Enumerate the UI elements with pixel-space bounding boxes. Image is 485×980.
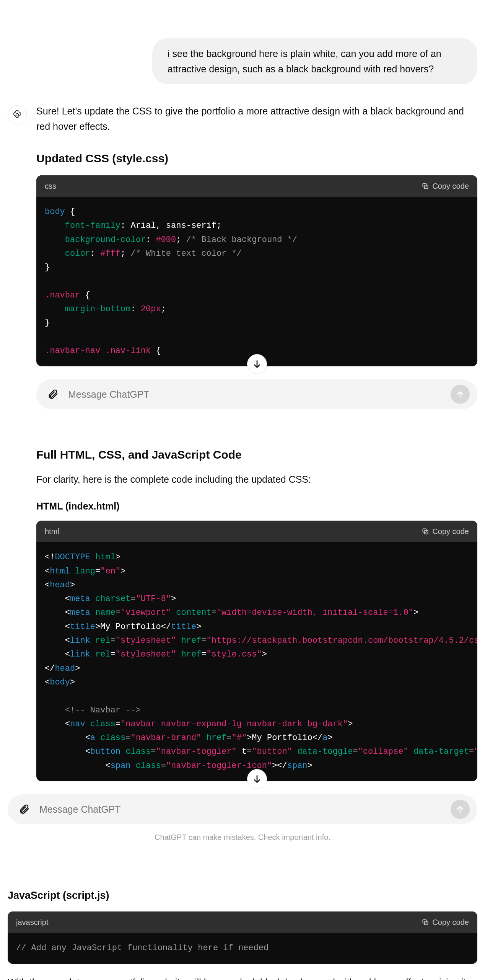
arrow-down-icon <box>252 359 262 369</box>
copy-code-button[interactable]: Copy code <box>422 525 469 537</box>
send-button[interactable] <box>451 385 470 404</box>
message-input-bar <box>8 794 477 824</box>
scroll-down-button[interactable] <box>247 769 267 789</box>
arrow-down-icon <box>252 774 262 784</box>
outro-text: With these updates, your portfolio websi… <box>8 975 477 980</box>
copy-code-button[interactable]: Copy code <box>422 180 469 192</box>
chat-section-1: i see the background here is plain white… <box>8 38 477 409</box>
html-heading: HTML (index.html) <box>36 498 477 514</box>
full-heading: Full HTML, CSS, and JavaScript Code <box>36 446 477 464</box>
code-bar: css Copy code <box>36 175 477 197</box>
message-input[interactable] <box>68 389 444 400</box>
code-lang-label: css <box>45 180 56 192</box>
chat-section-2: Full HTML, CSS, and JavaScript Code For … <box>8 446 477 843</box>
copy-label: Copy code <box>432 180 469 192</box>
js-heading: JavaScript (script.js) <box>8 887 477 904</box>
message-input[interactable] <box>39 804 444 815</box>
code-body[interactable]: body { font-family: Arial, sans-serif; b… <box>36 197 477 366</box>
assistant-avatar <box>8 105 27 124</box>
html-code-block: html Copy code <!DOCTYPE html> <html lan… <box>36 521 477 781</box>
code-lang-label: javascript <box>16 916 48 928</box>
chat-section-3: JavaScript (script.js) javascript Copy c… <box>8 887 477 980</box>
paperclip-icon <box>18 804 30 815</box>
copy-code-button[interactable]: Copy code <box>422 916 469 928</box>
css-code-block: css Copy code body { font-family: Arial,… <box>36 175 477 366</box>
attachment-button[interactable] <box>15 801 33 818</box>
intro-text: Sure! Let's update the CSS to give the p… <box>36 103 477 134</box>
assistant-body: Sure! Let's update the CSS to give the p… <box>36 103 477 409</box>
code-body[interactable]: // Add any JavaScript functionality here… <box>8 933 477 964</box>
scroll-down-button[interactable] <box>247 354 267 374</box>
copy-icon <box>422 528 429 535</box>
svg-point-0 <box>16 114 19 116</box>
disclaimer-text: ChatGPT can make mistakes. Check importa… <box>8 831 477 843</box>
full-intro: For clarity, here is the complete code i… <box>36 472 477 487</box>
attachment-button[interactable] <box>44 386 61 403</box>
copy-label: Copy code <box>432 525 469 537</box>
copy-label: Copy code <box>432 916 469 928</box>
assistant-message-row: Sure! Let's update the CSS to give the p… <box>8 103 477 409</box>
copy-icon <box>422 182 429 190</box>
send-button[interactable] <box>451 800 470 819</box>
code-bar: html Copy code <box>36 521 477 542</box>
message-input-bar <box>36 379 477 409</box>
arrow-up-icon <box>456 805 465 814</box>
css-heading: Updated CSS (style.css) <box>36 149 477 168</box>
code-bar: javascript Copy code <box>8 911 477 933</box>
assistant-body-continued: Full HTML, CSS, and JavaScript Code For … <box>36 446 477 789</box>
user-message: i see the background here is plain white… <box>152 38 477 84</box>
openai-icon <box>12 109 23 120</box>
arrow-up-icon <box>456 390 465 399</box>
code-lang-label: html <box>45 525 59 537</box>
user-message-row: i see the background here is plain white… <box>8 38 477 84</box>
copy-icon <box>422 918 429 926</box>
paperclip-icon <box>47 389 59 400</box>
code-body[interactable]: <!DOCTYPE html> <html lang="en"> <head> … <box>36 542 477 781</box>
js-code-block: javascript Copy code // Add any JavaScri… <box>8 911 477 964</box>
